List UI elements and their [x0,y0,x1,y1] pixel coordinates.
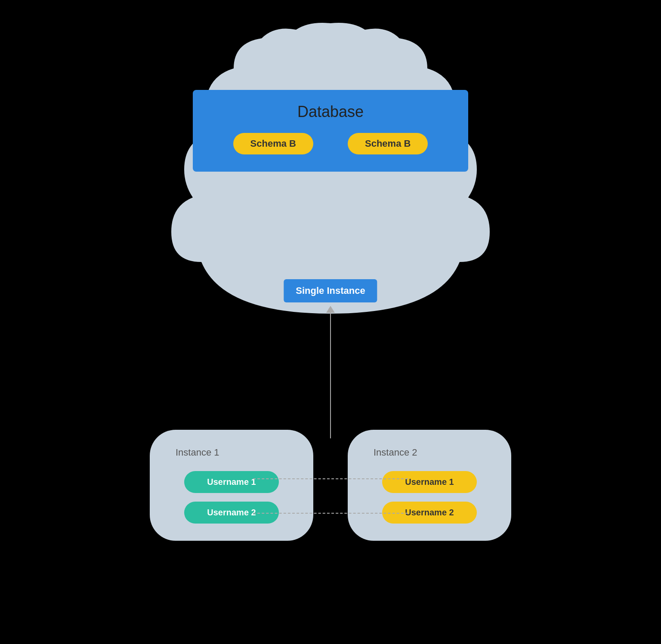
schema-pill-2: Schema B [348,133,428,154]
instance-1-username-1: Username 1 [184,471,279,493]
schema-row: Schema B Schema B [233,133,428,154]
dashed-connector-1 [253,478,408,479]
instance-2-username-1: Username 1 [382,471,477,493]
instance-2-pod: Instance 2 Username 1 Username 2 [348,430,511,541]
instance-1-label: Instance 1 [176,447,219,458]
instance-2-label: Instance 2 [374,447,417,458]
connector-line [330,309,331,438]
single-instance-label: Single Instance [296,285,365,296]
diagram-container: Database Schema B Schema B Single Instan… [94,21,567,623]
database-box: Database Schema B Schema B [193,90,468,172]
arrow-head [326,306,335,313]
dashed-connector-2 [253,513,408,514]
instance-1-pod: Instance 1 Username 1 Username 2 [150,430,313,541]
schema-pill-1: Schema B [233,133,313,154]
database-title: Database [297,103,364,121]
single-instance-box: Single Instance [284,279,377,302]
instances-row: Instance 1 Username 1 Username 2 Instanc… [115,430,546,541]
